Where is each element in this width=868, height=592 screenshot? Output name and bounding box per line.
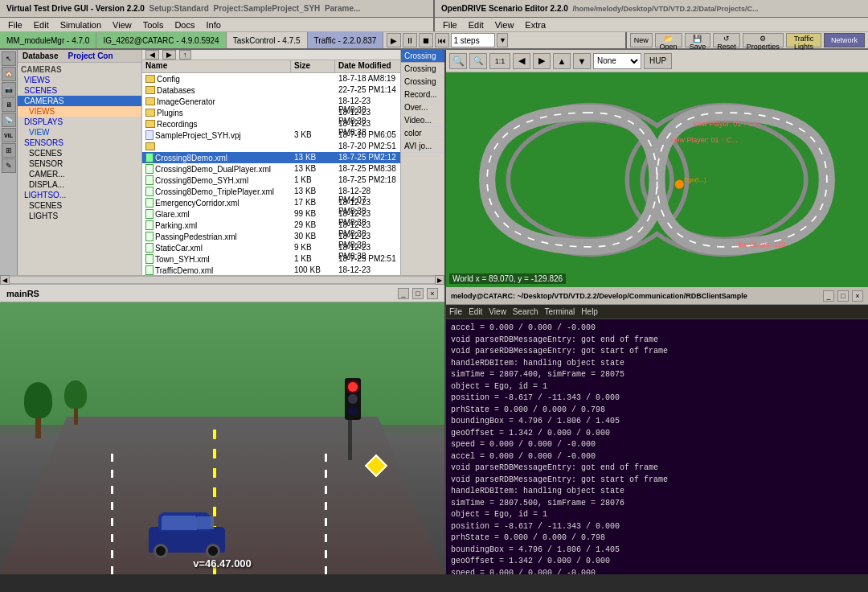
file-row[interactable]: Parking.xml 29 KB 18-12-23 PM8:38 bbox=[142, 220, 400, 231]
icon-scene[interactable]: 🏠 bbox=[2, 67, 16, 81]
vtd-play-btn[interactable]: ▶ bbox=[387, 33, 401, 47]
od-mode-select[interactable]: None Select Move bbox=[593, 53, 641, 69]
col-date[interactable]: Date Modified bbox=[335, 60, 400, 72]
tree-sensors-item[interactable]: SENSORS bbox=[18, 138, 141, 148]
nav-forward-btn[interactable]: ▶ bbox=[162, 50, 176, 60]
file-row-selected[interactable]: Crossing8Demo.xml 13 KB 18-7-25 PM2:12 bbox=[142, 152, 400, 163]
od-hup-btn[interactable]: HUP bbox=[644, 53, 672, 69]
tree-cameras-sub-views[interactable]: VIEWS bbox=[18, 106, 141, 117]
file-row[interactable]: SampleProject_SYH.vpj 3 KB 18-7-10 PM6:0… bbox=[142, 130, 400, 141]
od-pan-right-btn[interactable]: ▶ bbox=[533, 53, 551, 69]
file-row[interactable]: Crossing8Demo_DualPlayer.xml 13 KB 18-7-… bbox=[142, 163, 400, 175]
nav-up-btn[interactable]: ↑ bbox=[179, 50, 191, 60]
tree-scenes-item[interactable]: SCENES bbox=[18, 85, 141, 96]
od-menu-file[interactable]: File bbox=[438, 19, 462, 31]
od-zoom-in-btn[interactable]: 🔍 bbox=[449, 53, 467, 69]
od-pan-left-btn[interactable]: ◀ bbox=[513, 53, 530, 69]
tree-sensors-sub-sensor[interactable]: SENSOR bbox=[18, 158, 141, 169]
vtd-menu-simulation[interactable]: Simulation bbox=[55, 19, 106, 31]
tree-lightso-sub-lights[interactable]: LIGHTS bbox=[18, 211, 141, 221]
file-row[interactable]: Crossing8Demo_TriplePlayer.xml 13 KB 18-… bbox=[142, 186, 400, 197]
icon-arrow[interactable]: ↖ bbox=[2, 51, 16, 66]
tree-sensors-sub-camer[interactable]: CAMER... bbox=[18, 169, 141, 179]
scenario-item-color[interactable]: color bbox=[401, 127, 444, 140]
od-pan-down-btn[interactable]: ▼ bbox=[573, 53, 591, 69]
scenario-item-crossing2[interactable]: Crossing bbox=[401, 63, 444, 76]
file-row[interactable]: Glare.xml 99 KB 18-12-23 PM8:38 bbox=[142, 208, 400, 220]
od-save-btn[interactable]: 💾 Save bbox=[685, 33, 711, 47]
vtd-pause-btn[interactable]: ⏸ bbox=[403, 33, 417, 47]
tree-cameras-item[interactable]: CAMERAS bbox=[18, 96, 141, 106]
icon-camera[interactable]: 📷 bbox=[2, 82, 16, 97]
tree-views-item[interactable]: VIEWS bbox=[18, 75, 141, 85]
scenario-item-crossing3[interactable]: Crossing bbox=[401, 76, 444, 88]
hscroll-right-btn[interactable]: ▶ bbox=[435, 275, 444, 285]
tree-lightso-sub-scenes[interactable]: SCENES bbox=[18, 200, 141, 211]
od-open-btn[interactable]: 📂 Open bbox=[655, 33, 682, 47]
tree-sensors-sub-displa[interactable]: DISPLA... bbox=[18, 179, 141, 190]
scenario-item-record[interactable]: Record... bbox=[401, 88, 444, 101]
nav-back-btn[interactable]: ◀ bbox=[145, 50, 159, 60]
file-row[interactable]: Config 18-7-18 AM8:19 bbox=[142, 73, 400, 84]
terminal-maximize-btn[interactable]: □ bbox=[837, 290, 849, 302]
file-row[interactable]: TrafficDemo.xml 100 KB 18-12-23 PM8:38 bbox=[142, 265, 400, 275]
od-new-btn[interactable]: New bbox=[630, 33, 653, 47]
map-view[interactable]: New Player: 01 ↑ 101... New Player: 01 ↑… bbox=[446, 72, 868, 287]
col-name[interactable]: Name bbox=[142, 60, 291, 72]
od-properties-btn[interactable]: ⚙ Properties bbox=[743, 33, 784, 47]
file-row[interactable]: PassingPedestrian.xml 30 KB 18-12-23 PM8… bbox=[142, 231, 400, 242]
od-menu-edit[interactable]: Edit bbox=[464, 19, 489, 31]
tree-sensors-sub-scenes[interactable]: SCENES bbox=[18, 148, 141, 158]
vtd-menu-tools[interactable]: Tools bbox=[138, 19, 169, 31]
vtd-menu-file[interactable]: File bbox=[3, 19, 27, 31]
vtd-menu-info[interactable]: Info bbox=[201, 19, 225, 31]
file-row[interactable]: EmergencyCorridor.xml 17 KB 18-12-23 PM8… bbox=[142, 197, 400, 208]
mainrs-maximize-btn[interactable]: □ bbox=[412, 288, 424, 299]
od-menu-extra[interactable]: Extra bbox=[520, 19, 551, 31]
file-row[interactable]: StaticCar.xml 9 KB 18-12-23 PM8:38 bbox=[142, 242, 400, 253]
term-menu-file[interactable]: File bbox=[449, 307, 462, 316]
terminal-close-btn[interactable]: × bbox=[852, 290, 863, 302]
file-row[interactable]: Crossing8Demo_SYH.xml 1 KB 18-7-25 PM2:1… bbox=[142, 175, 400, 186]
term-menu-help[interactable]: Help bbox=[581, 307, 598, 316]
tree-displays-sub-view[interactable]: VIEW bbox=[18, 127, 141, 138]
term-menu-edit[interactable]: Edit bbox=[469, 307, 482, 316]
scenario-item-video[interactable]: Video... bbox=[401, 114, 444, 127]
tree-project-tab[interactable]: Project Con bbox=[63, 50, 117, 62]
icon-sensor[interactable]: 📡 bbox=[2, 113, 16, 127]
file-row[interactable]: 18-7-20 PM2:51 bbox=[142, 141, 400, 152]
term-menu-terminal[interactable]: Terminal bbox=[545, 307, 575, 316]
term-menu-view[interactable]: View bbox=[489, 307, 506, 316]
vtd-stop-btn[interactable]: ⏹ bbox=[419, 33, 433, 47]
col-size[interactable]: Size bbox=[291, 60, 335, 72]
tree-lightso-item[interactable]: LIGHTSO... bbox=[18, 190, 141, 200]
file-row[interactable]: Recordings 18-12-23 PM8:38 bbox=[142, 118, 400, 130]
scenario-item-avi[interactable]: AVI jo... bbox=[401, 140, 444, 153]
file-row[interactable]: Plugins 18-12-23 PM8:38 bbox=[142, 107, 400, 118]
od-menu-view[interactable]: View bbox=[490, 19, 519, 31]
hscroll-track[interactable] bbox=[10, 276, 435, 284]
steps-input[interactable] bbox=[451, 33, 495, 47]
steps-down-btn[interactable]: ▼ bbox=[497, 33, 508, 47]
term-menu-search[interactable]: Search bbox=[513, 307, 538, 316]
hscroll-left-btn[interactable]: ◀ bbox=[0, 275, 10, 285]
scenario-item-crossing1[interactable]: Crossing bbox=[401, 50, 444, 63]
icon-vil[interactable]: VIL bbox=[2, 128, 16, 142]
od-traffic-lights-btn[interactable]: Traffic Lights bbox=[786, 33, 821, 47]
vtd-steps-control[interactable]: ▶ ⏸ ⏹ ⏮ ▼ bbox=[387, 33, 508, 47]
terminal-minimize-btn[interactable]: _ bbox=[823, 290, 834, 302]
od-pan-up-btn[interactable]: ▲ bbox=[553, 53, 571, 69]
vtd-menu-edit[interactable]: Edit bbox=[29, 19, 54, 31]
tree-displays-item[interactable]: DISPLAYS bbox=[18, 117, 141, 127]
mainrs-minimize-btn[interactable]: _ bbox=[398, 288, 409, 299]
vtd-menu-docs[interactable]: Docs bbox=[170, 19, 199, 31]
scenario-item-over[interactable]: Over... bbox=[401, 101, 444, 114]
vtd-rewind-btn[interactable]: ⏮ bbox=[435, 33, 449, 47]
icon-pen[interactable]: ✎ bbox=[2, 158, 16, 173]
od-fit-btn[interactable]: 1:1 bbox=[489, 53, 510, 69]
file-row[interactable]: ImageGenerator 18-12-23 PM8:38 bbox=[142, 96, 400, 107]
mainrs-close-btn[interactable]: × bbox=[427, 288, 438, 299]
od-zoom-out-btn[interactable]: 🔍 bbox=[469, 53, 487, 69]
file-row[interactable]: Databases 22-7-25 PM1:14 bbox=[142, 84, 400, 96]
vtd-menu-view[interactable]: View bbox=[108, 19, 137, 31]
